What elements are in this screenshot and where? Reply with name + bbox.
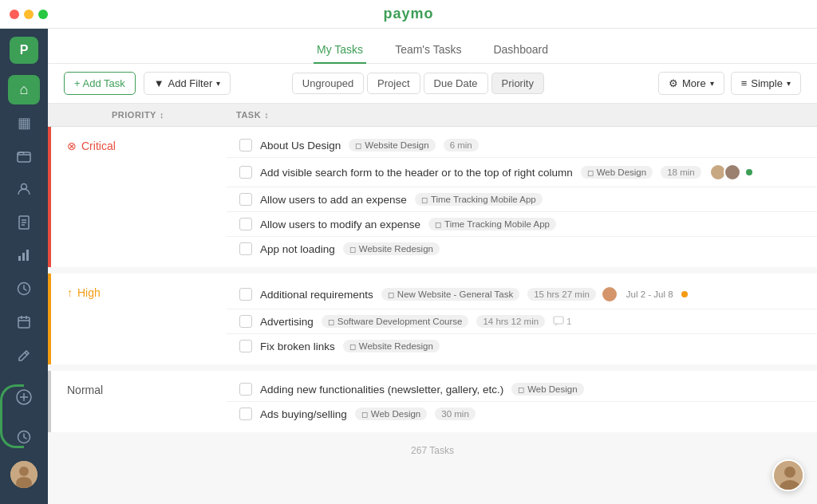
add-circle-icon xyxy=(16,389,32,405)
task-time: 30 min xyxy=(435,408,476,420)
task-row: Add visible search form to the header or… xyxy=(227,158,817,187)
group-ungrouped[interactable]: Ungrouped xyxy=(292,73,364,94)
task-row: Advertising ◻ Software Development Cours… xyxy=(227,309,817,334)
sidebar-item-add[interactable] xyxy=(8,381,40,413)
task-checkbox[interactable] xyxy=(239,288,252,301)
sidebar-item-projects[interactable] xyxy=(8,141,40,171)
task-row: Adding new functionalities (newsletter, … xyxy=(227,377,817,402)
sidebar-item-clients[interactable] xyxy=(8,175,40,205)
priority-group-critical: ⊗ Critical About Us Design ◻ Website Des… xyxy=(48,127,817,267)
normal-name: Normal xyxy=(67,384,103,396)
task-project-tag[interactable]: ◻ New Website - General Task xyxy=(381,288,519,301)
task-row: Fix broken links ◻ Website Redesign xyxy=(227,334,817,358)
view-button[interactable]: ≡ Simple ▾ xyxy=(731,72,801,95)
edit-icon xyxy=(17,348,31,362)
task-project-tag[interactable]: ◻ Time Tracking Mobile App xyxy=(415,193,543,206)
task-name: Add visible search form to the header or… xyxy=(260,167,573,179)
sidebar: P ⌂ ▦ xyxy=(0,29,48,504)
critical-icon: ⊗ xyxy=(67,140,77,152)
gear-icon: ⚙ xyxy=(669,77,678,89)
svg-point-24 xyxy=(784,467,795,478)
close-button[interactable] xyxy=(10,10,19,19)
chart-icon xyxy=(17,248,31,262)
toolbar: + Add Task ▼ Add Filter ▾ Ungrouped Proj… xyxy=(48,64,817,104)
svg-rect-6 xyxy=(18,256,21,261)
sidebar-item-calendar[interactable] xyxy=(8,307,40,337)
task-project-tag[interactable]: ◻ Web Design xyxy=(511,383,583,396)
task-checkbox[interactable] xyxy=(239,383,252,396)
task-time: 18 min xyxy=(661,166,701,179)
project-tag-icon: ◻ xyxy=(349,342,356,351)
bottom-right-avatar[interactable] xyxy=(772,459,804,491)
task-time: 6 min xyxy=(444,139,479,152)
task-date: Jul 2 - Jul 8 xyxy=(626,289,673,299)
task-name: Adding new functionalities (newsletter, … xyxy=(260,384,503,396)
svg-rect-7 xyxy=(22,253,25,261)
group-buttons: Ungrouped Project Due Date Priority xyxy=(292,73,544,94)
normal-tasks: Adding new functionalities (newsletter, … xyxy=(227,371,817,432)
timer-icon xyxy=(17,430,31,444)
add-filter-button[interactable]: ▼ Add Filter ▾ xyxy=(144,72,231,95)
svg-point-20 xyxy=(19,467,29,476)
task-row: App not loading ◻ Website Redesign xyxy=(227,237,817,261)
task-area: ⊗ Critical About Us Design ◻ Website Des… xyxy=(48,127,817,504)
minimize-button[interactable] xyxy=(24,10,34,19)
sidebar-item-reports[interactable] xyxy=(8,241,40,271)
status-dot-orange xyxy=(681,291,688,297)
sidebar-item-home[interactable]: ⌂ xyxy=(8,75,40,105)
high-tasks: Additional requirements ◻ New Website - … xyxy=(227,274,817,364)
sidebar-item-boards[interactable]: ▦ xyxy=(8,108,40,138)
svg-line-14 xyxy=(25,352,27,355)
task-project-tag[interactable]: ◻ Web Design xyxy=(355,408,427,420)
app-logo: paymo xyxy=(383,6,433,22)
task-project-tag[interactable]: ◻ Website Design xyxy=(349,139,435,152)
task-project-tag[interactable]: ◻ Website Redesign xyxy=(343,242,440,255)
maximize-button[interactable] xyxy=(38,10,48,19)
sidebar-item-notes[interactable] xyxy=(8,340,40,370)
traffic-lights xyxy=(10,10,48,19)
sidebar-item-clock-bottom[interactable] xyxy=(8,421,40,453)
sort-priority-icon[interactable]: ↕ xyxy=(160,110,164,120)
task-project-tag[interactable]: ◻ Software Development Course xyxy=(322,315,469,328)
task-time: 15 hrs 27 min xyxy=(527,288,596,301)
avatar-image-bottom xyxy=(774,461,804,491)
avatar-2 xyxy=(724,163,741,181)
avatar-1 xyxy=(601,285,618,303)
list-icon: ≡ xyxy=(741,77,748,89)
task-checkbox[interactable] xyxy=(239,139,252,152)
task-checkbox[interactable] xyxy=(239,218,252,230)
task-checkbox[interactable] xyxy=(239,193,252,206)
task-project-tag[interactable]: ◻ Web Design xyxy=(581,166,653,179)
project-tag-icon: ◻ xyxy=(388,290,394,299)
tab-dashboard[interactable]: Dashboard xyxy=(490,37,551,64)
critical-tasks: About Us Design ◻ Website Design 6 min A… xyxy=(227,127,817,267)
group-priority[interactable]: Priority xyxy=(491,73,544,94)
tab-teams-tasks[interactable]: Team's Tasks xyxy=(392,37,464,64)
task-project-tag[interactable]: ◻ Website Redesign xyxy=(343,340,440,352)
task-checkbox[interactable] xyxy=(239,340,252,352)
folder-icon xyxy=(17,149,31,163)
svg-rect-22 xyxy=(554,317,563,324)
tab-my-tasks[interactable]: My Tasks xyxy=(314,37,366,64)
priority-group-high: ↑ High Additional requirements ◻ New Web… xyxy=(48,274,817,364)
user-avatar[interactable] xyxy=(10,461,37,488)
sidebar-item-invoices[interactable] xyxy=(8,207,40,238)
task-name: Fix broken links xyxy=(260,341,335,352)
sidebar-item-time[interactable] xyxy=(8,274,40,304)
task-checkbox[interactable] xyxy=(239,242,252,255)
sort-task-icon[interactable]: ↕ xyxy=(264,110,269,120)
project-tag-icon: ◻ xyxy=(421,195,428,204)
group-project[interactable]: Project xyxy=(367,73,420,94)
task-name: Allow users to modify an expense xyxy=(260,219,420,230)
add-task-button[interactable]: + Add Task xyxy=(64,72,136,95)
nav-tabs: My Tasks Team's Tasks Dashboard xyxy=(48,29,817,64)
svg-rect-10 xyxy=(18,317,30,328)
task-checkbox[interactable] xyxy=(239,408,252,420)
task-name: App not loading xyxy=(260,243,335,255)
task-name: Allow users to add an expense xyxy=(260,194,407,206)
group-due-date[interactable]: Due Date xyxy=(424,73,488,94)
more-button[interactable]: ⚙ More ▾ xyxy=(658,72,724,95)
task-project-tag[interactable]: ◻ Time Tracking Mobile App xyxy=(428,218,556,230)
task-checkbox[interactable] xyxy=(239,315,252,328)
task-checkbox[interactable] xyxy=(239,166,252,179)
